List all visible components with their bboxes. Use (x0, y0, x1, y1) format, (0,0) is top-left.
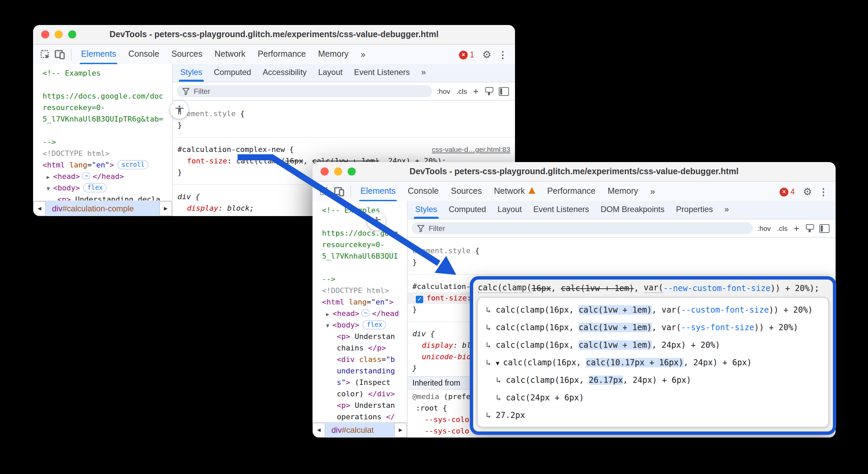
zoom-button[interactable] (348, 167, 356, 176)
new-style-rule-button[interactable]: + (794, 223, 799, 234)
trace-step-line[interactable]: ↳ calc(clamp(16px, calc(1vw + 1em), 24px… (478, 336, 828, 354)
dom-tree-node[interactable]: ▼ <body>flex (38, 182, 172, 194)
dom-tree-node[interactable]: --> (317, 273, 407, 285)
evaluated-part-chip[interactable]: calc(1vw + 1em) (579, 340, 652, 350)
more-tabs-button[interactable]: » (724, 201, 729, 219)
kebab-menu-icon[interactable]: ⋮ (498, 49, 508, 60)
breadcrumb-left-arrow[interactable]: ◀ (313, 423, 325, 438)
new-style-rule-button[interactable]: + (473, 86, 479, 97)
rendering-brush-icon[interactable] (805, 224, 813, 232)
settings-gear-icon[interactable]: ⚙ (482, 49, 491, 61)
trace-step-line[interactable]: ↳ calc(clamp(16px, calc(1vw + 1em), var(… (478, 319, 828, 336)
dom-tree-node[interactable]: <!DOCTYPE html> (317, 285, 407, 296)
evaluated-part-chip[interactable]: calc(1vw + 1em) (579, 305, 652, 315)
dom-tree-node[interactable]: operations </ (317, 411, 407, 422)
dom-tree-node[interactable]: <!-- Examples (317, 205, 407, 216)
dom-tree-node[interactable]: 5_l7VKnhaUl6B3QUI (317, 251, 407, 262)
dom-tree-node[interactable]: color) </div> (317, 388, 407, 400)
trace-step-line[interactable]: ↳ 27.2px (478, 406, 828, 424)
style-rule-line[interactable]: #calculation-complex-new {css-value-d…ge… (173, 144, 515, 155)
trace-step-line[interactable]: ↳ calc(24px + 6px) (478, 389, 828, 406)
breadcrumb-item[interactable]: div#calculat (325, 423, 394, 438)
breadcrumb-left-arrow[interactable]: ◀ (33, 201, 46, 216)
tab-properties[interactable]: Properties (676, 201, 713, 219)
tab-sources[interactable]: Sources (165, 45, 209, 65)
more-tabs-button[interactable]: » (644, 182, 661, 202)
toggle-hover-state-button[interactable]: :hov (757, 224, 771, 232)
close-button[interactable] (41, 30, 49, 38)
dom-tree-node[interactable]: ▶ <head>⋯</head (317, 308, 407, 319)
inspect-element-icon[interactable] (317, 184, 332, 199)
trace-step-line[interactable]: ↳ ▼ calc(clamp(16px, calc(10.17px + 16px… (478, 354, 828, 371)
dom-tree-node[interactable]: https://docs.google.com/doc (38, 90, 172, 102)
popup-declaration-value[interactable]: calc(clamp(16px, calc(1vw + 1em), var(--… (473, 280, 833, 296)
style-rule-line[interactable]: element.style { (408, 245, 836, 257)
tab-layout[interactable]: Layout (318, 64, 343, 82)
dom-tree-node[interactable]: ▶ <head>⋯</head> (38, 171, 172, 182)
error-badge[interactable]: × 4 (780, 187, 795, 196)
dock-side-icon[interactable] (819, 224, 830, 233)
tab-network[interactable]: Network (488, 182, 541, 202)
declaration-checkbox-checked[interactable]: ✓ (416, 296, 423, 303)
rendering-brush-icon[interactable] (485, 87, 493, 95)
toggle-hover-state-button[interactable]: :hov (437, 87, 450, 95)
tab-accessibility[interactable]: Accessibility (263, 64, 307, 82)
dom-tree-node[interactable]: 5_l7VKnhaUl6B3QUIpTR6g&tab= (38, 113, 172, 125)
tab-computed[interactable]: Computed (214, 64, 251, 82)
minimize-button[interactable] (334, 167, 342, 176)
tab-console[interactable]: Console (122, 45, 165, 65)
breadcrumb-right-arrow[interactable]: ▶ (394, 423, 407, 438)
accessibility-icon[interactable] (170, 101, 188, 119)
breadcrumb-right-arrow[interactable]: ▶ (159, 201, 172, 216)
inspect-element-icon[interactable] (38, 47, 53, 62)
tab-event-listeners[interactable]: Event Listeners (533, 201, 589, 219)
style-rule-line[interactable]: } (408, 257, 836, 268)
evaluated-part-chip[interactable]: 26.17px (589, 375, 623, 385)
css-variable-link[interactable]: --new-custom-font-size (663, 283, 770, 293)
tab-dom-breakpoints[interactable]: DOM Breakpoints (601, 201, 664, 219)
dom-tree-node[interactable]: resourcekey=0- (38, 102, 172, 113)
dom-tree-node[interactable]: ▼ <body>flex (317, 319, 407, 331)
evaluated-part-chip[interactable]: calc(1vw + 1em) (579, 323, 652, 332)
trace-step-line[interactable]: ↳ calc(clamp(16px, calc(1vw + 1em), var(… (478, 301, 828, 319)
tab-performance[interactable]: Performance (251, 45, 312, 65)
accessibility-icon[interactable] (367, 212, 385, 230)
dom-tree-node[interactable]: <p> Understanding decla (38, 194, 172, 201)
tab-memory[interactable]: Memory (312, 45, 355, 65)
dom-tree-node[interactable]: <!DOCTYPE html> (38, 148, 172, 159)
tab-styles[interactable]: Styles (180, 64, 202, 82)
settings-gear-icon[interactable]: ⚙ (803, 186, 812, 198)
filter-input[interactable]: Filter (177, 85, 432, 97)
tab-sources[interactable]: Sources (445, 182, 488, 202)
filter-input[interactable]: Filter (412, 222, 753, 234)
tab-memory[interactable]: Memory (602, 182, 644, 202)
tab-console[interactable]: Console (402, 182, 445, 202)
dom-tree-node[interactable]: https://docs.goog (317, 228, 407, 239)
style-rule-line[interactable]: va (408, 437, 836, 438)
breadcrumb-item[interactable]: div#calculation-comple (46, 201, 159, 216)
tab-elements[interactable]: Elements (354, 182, 402, 202)
tab-styles[interactable]: Styles (415, 201, 437, 219)
dom-tree-node[interactable]: understanding (317, 365, 407, 377)
style-rule-line[interactable]: } (173, 120, 515, 131)
dom-tree-node[interactable]: <html lang="en"> (317, 296, 407, 308)
style-rule-line[interactable]: element.style { (173, 108, 515, 120)
dom-tree-node[interactable]: s"> (Inspect (317, 377, 407, 388)
tab-elements[interactable]: Elements (75, 45, 122, 65)
device-toolbar-icon[interactable] (53, 47, 67, 62)
kebab-menu-icon[interactable]: ⋮ (819, 186, 828, 197)
tab-network[interactable]: Network (209, 45, 252, 65)
tab-event-listeners[interactable]: Event Listeners (354, 64, 410, 82)
trace-step-line[interactable]: ↳ calc(clamp(16px, 26.17px, 24px) + 6px) (478, 371, 828, 389)
device-toolbar-icon[interactable] (332, 184, 347, 199)
close-button[interactable] (321, 167, 329, 176)
stylesheet-source-link[interactable]: css-value-d…ger.html:83 (432, 144, 510, 155)
evaluated-part-chip[interactable]: calc(10.17px + 16px) (586, 358, 683, 367)
zoom-button[interactable] (68, 30, 76, 38)
dom-tree-node[interactable]: --> (38, 136, 172, 148)
error-badge[interactable]: × 1 (459, 50, 474, 59)
more-tabs-button[interactable]: » (355, 45, 372, 64)
more-tabs-button[interactable]: » (421, 64, 426, 82)
dom-tree-node[interactable]: <div class="b (317, 354, 407, 365)
dom-tree-node[interactable]: resourcekey=0- (317, 239, 407, 251)
